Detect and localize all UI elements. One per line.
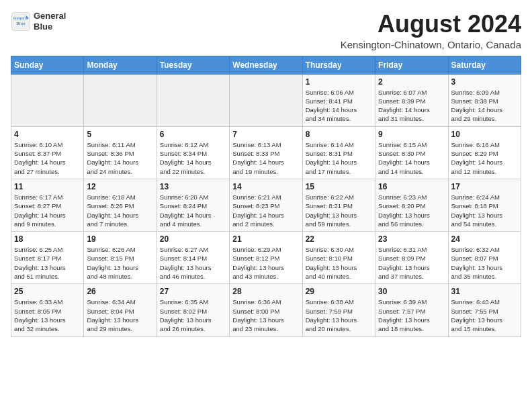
day-info: Sunrise: 6:32 AMSunset: 8:07 PMDaylight:… xyxy=(451,245,518,281)
day-cell: 23Sunrise: 6:31 AMSunset: 8:09 PMDayligh… xyxy=(375,232,448,284)
day-number: 6 xyxy=(160,130,226,139)
day-info: Sunrise: 6:30 AMSunset: 8:10 PMDaylight:… xyxy=(306,245,372,281)
day-cell: 31Sunrise: 6:40 AMSunset: 7:55 PMDayligh… xyxy=(448,284,521,336)
logo-text: General Blue xyxy=(34,11,66,32)
day-number: 17 xyxy=(451,182,518,191)
day-info: Sunrise: 6:27 AMSunset: 8:14 PMDaylight:… xyxy=(160,245,226,281)
day-cell: 21Sunrise: 6:29 AMSunset: 8:12 PMDayligh… xyxy=(230,232,302,284)
day-info: Sunrise: 6:21 AMSunset: 8:23 PMDaylight:… xyxy=(232,193,299,228)
day-info: Sunrise: 6:13 AMSunset: 8:33 PMDaylight:… xyxy=(232,140,299,176)
day-cell: 4Sunrise: 6:10 AMSunset: 8:37 PMDaylight… xyxy=(11,126,84,179)
day-info: Sunrise: 6:18 AMSunset: 8:26 PMDaylight:… xyxy=(87,193,153,228)
day-info: Sunrise: 6:14 AMSunset: 8:31 PMDaylight:… xyxy=(306,140,372,176)
day-info: Sunrise: 6:17 AMSunset: 8:27 PMDaylight:… xyxy=(14,193,81,228)
day-info: Sunrise: 6:36 AMSunset: 8:00 PMDaylight:… xyxy=(232,298,299,333)
day-number: 10 xyxy=(451,130,518,139)
day-number: 18 xyxy=(14,234,81,244)
day-info: Sunrise: 6:16 AMSunset: 8:29 PMDaylight:… xyxy=(451,140,518,176)
day-info: Sunrise: 6:26 AMSunset: 8:15 PMDaylight:… xyxy=(87,245,153,281)
day-number: 24 xyxy=(451,234,518,244)
day-info: Sunrise: 6:12 AMSunset: 8:34 PMDaylight:… xyxy=(160,140,226,176)
day-info: Sunrise: 6:22 AMSunset: 8:21 PMDaylight:… xyxy=(306,193,372,228)
day-cell: 5Sunrise: 6:11 AMSunset: 8:36 PMDaylight… xyxy=(84,126,157,179)
day-number: 16 xyxy=(378,182,445,191)
day-cell: 25Sunrise: 6:33 AMSunset: 8:05 PMDayligh… xyxy=(11,284,84,336)
day-number: 7 xyxy=(232,130,299,139)
day-cell: 14Sunrise: 6:21 AMSunset: 8:23 PMDayligh… xyxy=(230,179,302,231)
day-cell: 24Sunrise: 6:32 AMSunset: 8:07 PMDayligh… xyxy=(448,232,521,284)
calendar-table: SundayMondayTuesdayWednesdayThursdayFrid… xyxy=(11,56,521,337)
day-cell: 17Sunrise: 6:24 AMSunset: 8:18 PMDayligh… xyxy=(448,179,521,231)
day-cell: 28Sunrise: 6:36 AMSunset: 8:00 PMDayligh… xyxy=(230,284,302,336)
day-number: 9 xyxy=(378,130,445,139)
day-cell: 20Sunrise: 6:27 AMSunset: 8:14 PMDayligh… xyxy=(157,232,229,284)
weekday-friday: Friday xyxy=(375,56,448,74)
day-cell: 1Sunrise: 6:06 AMSunset: 8:41 PMDaylight… xyxy=(302,74,375,126)
day-number: 14 xyxy=(232,182,299,191)
day-info: Sunrise: 6:34 AMSunset: 8:04 PMDaylight:… xyxy=(87,298,153,333)
day-cell: 6Sunrise: 6:12 AMSunset: 8:34 PMDaylight… xyxy=(157,126,229,179)
day-number: 1 xyxy=(306,77,372,87)
day-cell xyxy=(11,74,84,126)
day-number: 31 xyxy=(451,287,518,296)
day-info: Sunrise: 6:10 AMSunset: 8:37 PMDaylight:… xyxy=(14,140,81,176)
day-cell: 7Sunrise: 6:13 AMSunset: 8:33 PMDaylight… xyxy=(230,126,302,179)
day-info: Sunrise: 6:09 AMSunset: 8:38 PMDaylight:… xyxy=(451,88,518,124)
day-cell: 16Sunrise: 6:23 AMSunset: 8:20 PMDayligh… xyxy=(375,179,448,231)
day-number: 15 xyxy=(306,182,372,191)
day-cell: 29Sunrise: 6:38 AMSunset: 7:59 PMDayligh… xyxy=(302,284,375,336)
day-cell: 30Sunrise: 6:39 AMSunset: 7:57 PMDayligh… xyxy=(375,284,448,336)
day-info: Sunrise: 6:06 AMSunset: 8:41 PMDaylight:… xyxy=(306,88,372,124)
day-cell xyxy=(230,74,302,126)
calendar-header: SundayMondayTuesdayWednesdayThursdayFrid… xyxy=(11,56,521,74)
day-number: 28 xyxy=(232,287,299,296)
day-cell: 10Sunrise: 6:16 AMSunset: 8:29 PMDayligh… xyxy=(448,126,521,179)
weekday-monday: Monday xyxy=(84,56,157,74)
calendar-title: August 2024 xyxy=(341,11,521,38)
day-number: 5 xyxy=(87,130,153,139)
day-info: Sunrise: 6:25 AMSunset: 8:17 PMDaylight:… xyxy=(14,245,81,281)
weekday-thursday: Thursday xyxy=(302,56,375,74)
logo-icon: General Blue xyxy=(11,11,31,32)
day-cell: 19Sunrise: 6:26 AMSunset: 8:15 PMDayligh… xyxy=(84,232,157,284)
day-info: Sunrise: 6:07 AMSunset: 8:39 PMDaylight:… xyxy=(378,88,445,124)
day-number: 8 xyxy=(306,130,372,139)
day-info: Sunrise: 6:38 AMSunset: 7:59 PMDaylight:… xyxy=(306,298,372,333)
weekday-sunday: Sunday xyxy=(11,56,84,74)
day-number: 4 xyxy=(14,130,81,139)
day-info: Sunrise: 6:24 AMSunset: 8:18 PMDaylight:… xyxy=(451,193,518,228)
calendar-body: 1Sunrise: 6:06 AMSunset: 8:41 PMDaylight… xyxy=(11,74,521,336)
day-number: 29 xyxy=(306,287,372,296)
day-cell: 12Sunrise: 6:18 AMSunset: 8:26 PMDayligh… xyxy=(84,179,157,231)
day-number: 26 xyxy=(87,287,153,296)
day-cell xyxy=(84,74,157,126)
week-row-2: 4Sunrise: 6:10 AMSunset: 8:37 PMDaylight… xyxy=(11,126,521,179)
day-info: Sunrise: 6:20 AMSunset: 8:24 PMDaylight:… xyxy=(160,193,226,228)
day-info: Sunrise: 6:35 AMSunset: 8:02 PMDaylight:… xyxy=(160,298,226,333)
week-row-3: 11Sunrise: 6:17 AMSunset: 8:27 PMDayligh… xyxy=(11,179,521,231)
day-number: 27 xyxy=(160,287,226,296)
weekday-saturday: Saturday xyxy=(448,56,521,74)
day-cell: 3Sunrise: 6:09 AMSunset: 8:38 PMDaylight… xyxy=(448,74,521,126)
week-row-1: 1Sunrise: 6:06 AMSunset: 8:41 PMDaylight… xyxy=(11,74,521,126)
day-number: 22 xyxy=(306,234,372,244)
week-row-4: 18Sunrise: 6:25 AMSunset: 8:17 PMDayligh… xyxy=(11,232,521,284)
logo-line2: Blue xyxy=(34,21,66,32)
day-number: 20 xyxy=(160,234,226,244)
day-number: 25 xyxy=(14,287,81,296)
day-cell: 26Sunrise: 6:34 AMSunset: 8:04 PMDayligh… xyxy=(84,284,157,336)
day-cell: 13Sunrise: 6:20 AMSunset: 8:24 PMDayligh… xyxy=(157,179,229,231)
calendar-subtitle: Kensington-Chinatown, Ontario, Canada xyxy=(341,39,521,50)
day-cell: 2Sunrise: 6:07 AMSunset: 8:39 PMDaylight… xyxy=(375,74,448,126)
day-cell xyxy=(157,74,229,126)
header: General Blue General Blue August 2024 Ke… xyxy=(11,11,521,50)
day-info: Sunrise: 6:11 AMSunset: 8:36 PMDaylight:… xyxy=(87,140,153,176)
logo: General Blue General Blue xyxy=(11,11,66,32)
day-cell: 27Sunrise: 6:35 AMSunset: 8:02 PMDayligh… xyxy=(157,284,229,336)
day-number: 19 xyxy=(87,234,153,244)
day-number: 13 xyxy=(160,182,226,191)
day-cell: 18Sunrise: 6:25 AMSunset: 8:17 PMDayligh… xyxy=(11,232,84,284)
day-number: 30 xyxy=(378,287,445,296)
title-section: August 2024 Kensington-Chinatown, Ontari… xyxy=(341,11,521,50)
week-row-5: 25Sunrise: 6:33 AMSunset: 8:05 PMDayligh… xyxy=(11,284,521,336)
